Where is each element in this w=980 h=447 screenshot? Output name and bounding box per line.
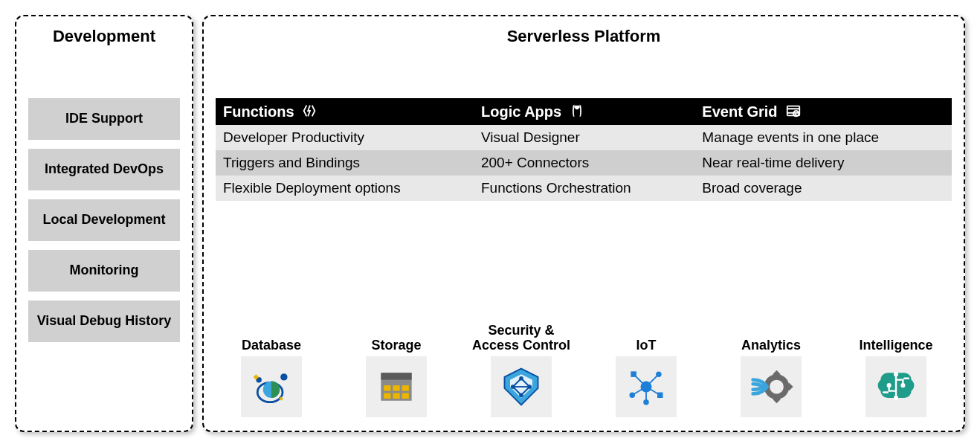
- service-analytics: Analytics: [715, 321, 827, 417]
- platform-panel: Serverless Platform Functions Logic Apps: [202, 15, 965, 432]
- service-label: IoT: [636, 321, 657, 353]
- svg-point-42: [902, 384, 905, 387]
- col-header-functions: Functions: [216, 98, 474, 125]
- svg-point-0: [576, 106, 578, 109]
- svg-rect-12: [393, 393, 399, 399]
- svg-point-45: [894, 396, 897, 399]
- svg-point-43: [888, 384, 891, 387]
- services-row: Database Storage: [216, 321, 952, 417]
- col-header-event-grid: Event Grid: [694, 98, 952, 125]
- development-title: Development: [28, 27, 180, 46]
- service-database: Database: [216, 321, 327, 417]
- intelligence-icon: [865, 356, 926, 417]
- service-security: Security & Access Control: [465, 321, 577, 417]
- analytics-icon: [741, 356, 802, 417]
- svg-rect-8: [384, 385, 390, 391]
- diagram-root: Development IDE Support Integrated DevOp…: [15, 15, 965, 432]
- service-label: Database: [242, 321, 301, 353]
- platform-title: Serverless Platform: [216, 27, 952, 46]
- col-header-logic-apps: Logic Apps: [474, 98, 694, 125]
- col-header-label: Event Grid: [702, 103, 777, 120]
- service-label: Intelligence: [859, 321, 932, 353]
- svg-point-35: [643, 399, 649, 405]
- dev-item: Visual Debug History: [28, 300, 180, 342]
- svg-rect-34: [657, 393, 663, 399]
- service-storage: Storage: [341, 321, 452, 417]
- cell: Functions Orchestration: [474, 176, 694, 201]
- database-icon: [241, 356, 302, 417]
- service-label: Security & Access Control: [465, 321, 577, 353]
- cell: Near real-time delivery: [694, 150, 952, 176]
- svg-rect-13: [402, 393, 409, 399]
- development-list: IDE Support Integrated DevOps Local Deve…: [28, 98, 180, 342]
- svg-point-41: [770, 380, 784, 394]
- platform-table: Functions Logic Apps: [216, 98, 952, 201]
- svg-point-33: [630, 393, 636, 399]
- svg-point-30: [641, 382, 652, 393]
- event-grid-icon: [784, 103, 802, 119]
- dev-item: Monitoring: [28, 250, 180, 292]
- table-header-row: Functions Logic Apps: [216, 98, 952, 125]
- development-panel: Development IDE Support Integrated DevOp…: [15, 15, 193, 432]
- svg-rect-31: [631, 371, 636, 377]
- svg-rect-7: [381, 373, 411, 379]
- svg-point-32: [656, 371, 662, 377]
- table-row: Developer Productivity Visual Designer M…: [216, 125, 952, 150]
- svg-point-4: [280, 373, 287, 380]
- logic-apps-icon: [569, 103, 585, 119]
- service-label: Analytics: [741, 321, 801, 353]
- col-header-label: Functions: [223, 103, 294, 120]
- service-intelligence: Intelligence: [840, 321, 952, 417]
- cell: Manage events in one place: [694, 125, 952, 150]
- table-row: Triggers and Bindings 200+ Connectors Ne…: [216, 150, 952, 176]
- cell: Developer Productivity: [216, 125, 474, 150]
- cell: Flexible Deployment options: [216, 176, 474, 201]
- svg-rect-10: [402, 385, 409, 391]
- cell: 200+ Connectors: [474, 150, 694, 176]
- iot-icon: [616, 356, 677, 417]
- functions-icon: [301, 103, 317, 119]
- dev-item: Integrated DevOps: [28, 149, 180, 190]
- table-row: Flexible Deployment options Functions Or…: [216, 176, 952, 201]
- service-label: Storage: [371, 321, 421, 353]
- security-icon: [491, 356, 552, 417]
- svg-rect-9: [393, 385, 399, 391]
- storage-icon: [366, 356, 427, 417]
- service-iot: IoT: [590, 321, 702, 417]
- col-header-label: Logic Apps: [481, 103, 561, 120]
- cell: Triggers and Bindings: [216, 150, 474, 176]
- cell: Visual Designer: [474, 125, 694, 150]
- cell: Broad coverage: [694, 176, 952, 201]
- svg-point-44: [894, 373, 897, 376]
- dev-item: Local Development: [28, 199, 180, 241]
- svg-rect-11: [384, 393, 390, 399]
- dev-item: IDE Support: [28, 98, 180, 140]
